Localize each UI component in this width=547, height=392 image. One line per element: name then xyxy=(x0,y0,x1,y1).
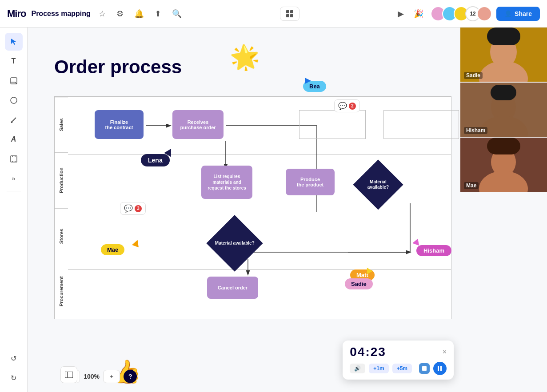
production-label: Production xyxy=(55,152,68,208)
chat-icon-3: 💬 xyxy=(124,204,133,213)
star-button[interactable]: ☆ xyxy=(96,6,108,21)
timer-top-row: 04:23 × xyxy=(350,345,447,359)
stop-icon xyxy=(422,366,427,371)
sales-far-right-box xyxy=(383,110,459,139)
svg-rect-2 xyxy=(286,14,289,17)
node-finalize[interactable]: Finalize the contract xyxy=(95,110,144,139)
zoom-in-button[interactable]: + xyxy=(103,370,120,383)
timer-pause-button[interactable] xyxy=(433,362,447,375)
reactions-button[interactable]: 🎉 xyxy=(411,6,426,21)
chat-count-2: 2 xyxy=(349,103,356,110)
board-content[interactable]: Order process 🌟 Sales Production Stores … xyxy=(28,28,460,392)
share-button[interactable]: 👤 Share xyxy=(496,7,540,21)
procurement-label: Procurement xyxy=(55,264,68,319)
node-produce[interactable]: Produce the product xyxy=(286,169,335,195)
frame-tool[interactable] xyxy=(5,150,23,168)
canvas[interactable]: Sadie Hisham Mae Order process 🌟 xyxy=(28,28,547,392)
grid-icon xyxy=(286,10,294,18)
chat-badge-3[interactable]: 💬 3 xyxy=(120,202,146,215)
nav-left: Miro Process mapping ☆ ⚙ 🔔 ⬆ 🔍 xyxy=(7,6,184,21)
toolbar-divider xyxy=(7,191,21,191)
timer-controls: 🔊 +1m +5m xyxy=(350,362,447,375)
svg-rect-27 xyxy=(487,138,520,154)
frame-icon xyxy=(10,155,18,163)
node-cancel[interactable]: Cancel order xyxy=(207,277,258,299)
svg-rect-23 xyxy=(491,85,516,100)
pause-icon xyxy=(437,365,443,372)
svg-rect-0 xyxy=(286,10,289,13)
timer-separator: : xyxy=(365,345,370,359)
board-title-nav: Process mapping xyxy=(31,10,90,18)
svg-marker-4 xyxy=(11,39,16,45)
timer-widget: 04:23 × 🔊 +1m +5m xyxy=(343,341,454,380)
text-icon: T xyxy=(12,57,16,65)
nav-right: ▶ 🎉 12 👤 Share xyxy=(395,6,540,21)
help-button[interactable]: ? xyxy=(124,370,137,383)
sadie-label: Sadie xyxy=(464,72,483,79)
sun-sticker: 🌟 xyxy=(228,42,260,72)
timer-mute-button[interactable]: 🔊 xyxy=(350,364,365,373)
search-button[interactable]: 🔍 xyxy=(169,6,184,21)
redo-icon: ↻ xyxy=(11,374,16,382)
procurement-row xyxy=(68,270,451,319)
sadie-label-canvas: Sadie xyxy=(345,278,373,289)
board-main-title: Order process xyxy=(54,56,182,78)
svg-rect-42 xyxy=(65,372,73,378)
timer-display: 04:23 xyxy=(350,345,386,359)
chat-count-3: 3 xyxy=(135,205,142,212)
lane-table: Sales Production Stores Procurement xyxy=(54,96,451,319)
pen-tool[interactable] xyxy=(5,111,23,129)
upload-button[interactable]: ⬆ xyxy=(152,6,164,21)
sales-right-box xyxy=(299,110,366,139)
notifications-button[interactable]: 🔔 xyxy=(132,6,147,21)
redo-button[interactable]: ↻ xyxy=(5,369,23,387)
video-sadie: Sadie xyxy=(460,28,547,82)
svg-rect-19 xyxy=(487,28,520,45)
sticky-icon xyxy=(10,77,18,85)
chat-icon-2: 💬 xyxy=(338,102,347,110)
left-toolbar: T A » ↺ ↻ xyxy=(0,28,28,392)
shapes-tool[interactable] xyxy=(5,91,23,109)
hisham-label-canvas: Hisham xyxy=(416,245,451,256)
timer-minutes: 04 xyxy=(350,345,365,359)
miro-logo: Miro xyxy=(7,8,26,20)
svg-line-9 xyxy=(11,118,16,123)
timer-plus1-button[interactable]: +1m xyxy=(369,364,388,373)
undo-button[interactable]: ↺ xyxy=(5,349,23,367)
video-mae: Mae xyxy=(460,138,547,192)
cursor-icon xyxy=(10,38,18,46)
video-panel: Sadie Hisham Mae xyxy=(460,28,547,192)
share-icon: 👤 xyxy=(504,10,512,17)
timer-close-button[interactable]: × xyxy=(443,348,447,356)
svg-rect-41 xyxy=(440,366,442,371)
cursor-tool[interactable] xyxy=(5,33,23,51)
svg-rect-1 xyxy=(290,10,293,13)
timer-plus5-button[interactable]: +5m xyxy=(392,364,412,373)
zoom-level: 100% xyxy=(84,373,100,380)
text-format-tool[interactable]: A xyxy=(5,131,23,148)
sidebar-toggle-button[interactable] xyxy=(60,366,77,383)
lena-label: Lena xyxy=(141,154,170,166)
text-tool[interactable]: T xyxy=(5,52,23,70)
sales-label: Sales xyxy=(55,97,68,152)
chat-badge-2[interactable]: 💬 2 xyxy=(334,99,360,112)
present-button[interactable]: ▶ xyxy=(395,6,407,21)
node-receives[interactable]: Receives purchase order xyxy=(172,110,224,139)
video-hisham: Hisham xyxy=(460,83,547,137)
nav-center xyxy=(280,7,299,21)
more-tool[interactable]: » xyxy=(5,170,23,187)
avatar-5[interactable] xyxy=(477,6,492,21)
stores-label: Stores xyxy=(55,208,68,264)
timer-seconds: 23 xyxy=(371,345,386,359)
svg-rect-40 xyxy=(438,366,439,371)
sticky-tool[interactable] xyxy=(5,72,23,90)
svg-rect-11 xyxy=(11,156,17,162)
node-list-materials[interactable]: List requires materials and request the … xyxy=(201,166,252,199)
mae-label-canvas: Mae xyxy=(101,244,124,255)
apps-grid-button[interactable] xyxy=(280,7,299,21)
avatar-group: 12 xyxy=(431,6,492,21)
settings-button[interactable]: ⚙ xyxy=(114,6,126,21)
undo-icon: ↺ xyxy=(11,354,16,363)
timer-stop-button[interactable] xyxy=(419,363,430,374)
shapes-icon xyxy=(10,96,18,104)
